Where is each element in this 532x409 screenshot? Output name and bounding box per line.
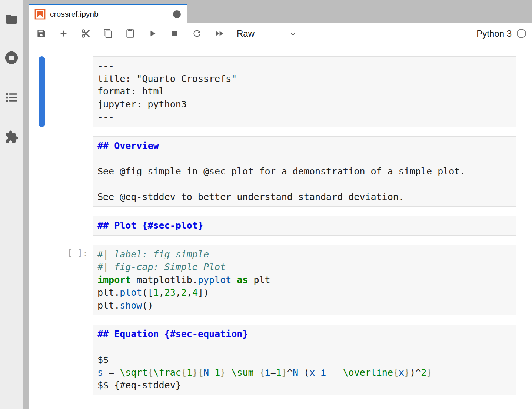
code-line: ## Overview bbox=[97, 140, 511, 153]
cut-cells-button[interactable] bbox=[79, 27, 92, 40]
unsaved-changes-indicator[interactable] bbox=[173, 10, 181, 18]
activity-sidebar bbox=[0, 0, 23, 409]
save-icon bbox=[36, 29, 46, 39]
kernel-name: Python 3 bbox=[476, 29, 512, 39]
cell-markdown: ## Equation {#sec-equation}$$s = \sqrt{\… bbox=[29, 325, 516, 395]
code-line: title: "Quarto Crossrefs" bbox=[97, 73, 511, 86]
stop-circle-icon bbox=[4, 50, 19, 65]
chevron-down-icon bbox=[289, 29, 297, 38]
code-line bbox=[97, 341, 511, 354]
cell-markdown: ## OverviewSee @fig-simple in @sec-plot … bbox=[29, 136, 516, 207]
notebook-icon bbox=[34, 9, 46, 20]
cell-gutter bbox=[29, 136, 93, 207]
code-line: --- bbox=[97, 60, 511, 73]
puzzle-icon bbox=[4, 130, 19, 144]
panel-divider bbox=[23, 0, 29, 409]
sidebar-item-table-of-contents[interactable] bbox=[3, 89, 20, 106]
code-line: jupyter: python3 bbox=[97, 98, 511, 111]
clipboard-icon bbox=[125, 29, 135, 39]
folder-icon bbox=[5, 13, 18, 26]
insert-cell-button[interactable] bbox=[57, 27, 70, 40]
cell-gutter bbox=[29, 325, 93, 395]
code-line: s = \sqrt{\frac{1}{N-1} \sum_{i=1}^N (x_… bbox=[97, 366, 511, 379]
save-button[interactable] bbox=[34, 27, 48, 40]
stop-icon bbox=[170, 29, 180, 39]
cell-gutter bbox=[29, 56, 93, 127]
code-line: $$ {#eq-stddev} bbox=[97, 379, 511, 392]
copy-cells-button[interactable] bbox=[101, 27, 114, 40]
cell-editor[interactable]: ---title: "Quarto Crossrefs"format: html… bbox=[93, 56, 516, 127]
code-line: ## Plot {#sec-plot} bbox=[97, 219, 511, 232]
code-line: #| fig-cap: Simple Plot bbox=[97, 261, 511, 274]
code-line: See @fig-simple in @sec-plot for a demon… bbox=[97, 165, 511, 178]
run-cell-button[interactable] bbox=[146, 27, 159, 40]
cell-collapser[interactable] bbox=[39, 56, 45, 127]
code-line: $$ bbox=[97, 353, 511, 366]
tab-bar: crossref.ipynb bbox=[29, 0, 532, 23]
main-dock-panel: crossref.ipynb Ra bbox=[29, 0, 532, 409]
cell-editor[interactable]: ## Plot {#sec-plot} bbox=[93, 216, 516, 236]
execution-count: [ ]: bbox=[67, 248, 88, 258]
code-line bbox=[97, 178, 511, 191]
notebook-panel: ---title: "Quarto Crossrefs"format: html… bbox=[29, 45, 532, 409]
refresh-icon bbox=[192, 29, 202, 39]
restart-run-all-button[interactable] bbox=[212, 27, 226, 40]
sidebar-item-file-browser[interactable] bbox=[3, 11, 20, 27]
cell-type-value: Raw bbox=[237, 29, 255, 39]
sidebar-item-extension-manager[interactable] bbox=[3, 129, 20, 145]
code-line: import matplotlib.pyplot as plt bbox=[97, 274, 511, 287]
code-line: plt.plot([1,23,2,4]) bbox=[97, 286, 511, 299]
code-line: plt.show() bbox=[97, 299, 511, 312]
cell-gutter bbox=[29, 216, 93, 236]
code-line: #| label: fig-simple bbox=[97, 248, 511, 261]
cell-list: ---title: "Quarto Crossrefs"format: html… bbox=[29, 56, 532, 395]
cell-code: [ ]:#| label: fig-simple#| fig-cap: Simp… bbox=[29, 245, 516, 316]
cell-type-dropdown[interactable]: Raw bbox=[237, 29, 297, 39]
cell-editor[interactable]: #| label: fig-simple#| fig-cap: Simple P… bbox=[93, 245, 516, 316]
cell-markdown: ## Plot {#sec-plot} bbox=[29, 216, 516, 236]
kernel-indicator: Python 3 bbox=[476, 29, 526, 39]
code-line bbox=[97, 152, 511, 165]
list-icon bbox=[5, 91, 18, 104]
tab-title: crossref.ipynb bbox=[50, 10, 99, 19]
interrupt-kernel-button[interactable] bbox=[168, 27, 181, 40]
fast-forward-icon bbox=[214, 29, 224, 39]
kernel-status-icon[interactable] bbox=[517, 29, 526, 38]
scissors-icon bbox=[81, 29, 91, 39]
notebook-toolbar: Raw Python 3 bbox=[29, 23, 532, 44]
paste-cells-button[interactable] bbox=[123, 27, 137, 40]
plus-icon bbox=[59, 29, 69, 39]
play-icon bbox=[147, 29, 157, 39]
cell-editor[interactable]: ## Equation {#sec-equation}$$s = \sqrt{\… bbox=[93, 325, 516, 395]
cell-gutter: [ ]: bbox=[29, 245, 93, 316]
code-line: ## Equation {#sec-equation} bbox=[97, 328, 511, 341]
sidebar-item-running-sessions[interactable] bbox=[3, 50, 20, 66]
code-line: --- bbox=[97, 111, 511, 124]
cell-raw: ---title: "Quarto Crossrefs"format: html… bbox=[29, 56, 516, 127]
copy-icon bbox=[103, 29, 113, 39]
cell-editor[interactable]: ## OverviewSee @fig-simple in @sec-plot … bbox=[93, 136, 516, 207]
tab-crossref-notebook[interactable]: crossref.ipynb bbox=[29, 4, 187, 23]
code-line: See @eq-stddev to better understand stan… bbox=[97, 191, 511, 204]
restart-kernel-button[interactable] bbox=[190, 27, 203, 40]
code-line: format: html bbox=[97, 85, 511, 98]
